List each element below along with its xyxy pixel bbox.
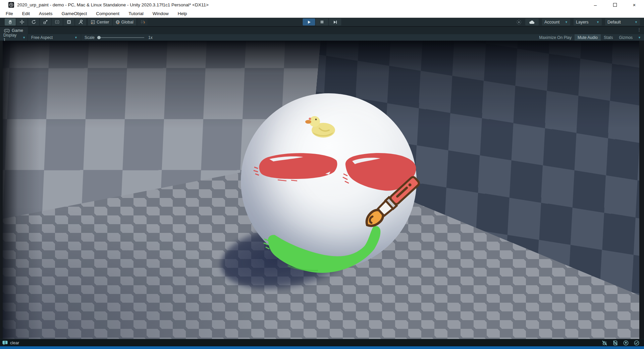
cloud-services-button[interactable] <box>525 18 539 26</box>
move-tool-button[interactable] <box>16 18 28 26</box>
menu-component[interactable]: Component <box>96 11 119 16</box>
game-control-bar: Display 1 ▼ Free Aspect ▼ Scale 1x Maxim… <box>0 34 644 41</box>
maximize-button[interactable] <box>605 0 625 9</box>
pivot-toggle-button[interactable]: Center <box>88 18 112 26</box>
layout-dropdown-label: Default <box>607 20 621 24</box>
aspect-dropdown-label: Free Aspect <box>31 35 53 40</box>
layers-dropdown-label: Layers <box>576 20 589 24</box>
display-dropdown[interactable]: Display 1 ▼ <box>0 34 28 41</box>
move-icon <box>19 19 24 24</box>
maximize-icon <box>613 3 617 7</box>
unity-logo-icon <box>8 2 14 8</box>
green-smile-stroke <box>264 226 380 273</box>
layout-dropdown[interactable]: Default ▼ <box>605 18 640 26</box>
color-mode-icon[interactable] <box>516 19 522 25</box>
menu-assets[interactable]: Assets <box>39 11 53 16</box>
menu-edit[interactable]: Edit <box>22 11 30 16</box>
orientation-toggle-button[interactable]: Global <box>113 18 136 26</box>
title-bar: 2020_urp_paint - demo - PC, Mac & Linux … <box>0 0 644 9</box>
main-toolbar: Center Global Account ▼ Laye <box>0 18 644 27</box>
menu-tutorial[interactable]: Tutorial <box>128 11 144 16</box>
pause-button[interactable] <box>316 18 328 26</box>
cloud-icon <box>529 20 535 24</box>
window-title: 2020_urp_paint - demo - PC, Mac & Linux … <box>17 2 209 7</box>
play-button[interactable] <box>303 18 315 26</box>
game-tab-row: Game ⋮ <box>0 27 644 34</box>
rotate-icon <box>31 19 36 24</box>
account-dropdown[interactable]: Account ▼ <box>542 18 570 26</box>
chevron-down-icon: ▼ <box>638 36 641 39</box>
scale-value: 1x <box>148 35 153 40</box>
play-icon <box>307 20 311 24</box>
cache-server-button[interactable] <box>611 340 619 346</box>
scale-tool-button[interactable] <box>40 18 51 26</box>
transform-icon <box>66 19 71 24</box>
transform-tool-button[interactable] <box>63 18 74 26</box>
scale-icon <box>43 19 48 24</box>
view-tool-button[interactable] <box>5 18 16 26</box>
pause-icon <box>320 20 324 24</box>
chevron-down-icon: ▼ <box>74 36 77 39</box>
menu-file[interactable]: File <box>6 11 13 16</box>
menu-bar: File Edit Assets GameObject Component Tu… <box>0 9 644 18</box>
mute-audio-label: Mute Audio <box>578 35 598 40</box>
layers-dropdown[interactable]: Layers ▼ <box>574 18 602 26</box>
minimize-icon: – <box>594 2 597 8</box>
check-circle-icon <box>634 340 639 346</box>
rect-icon <box>55 19 60 24</box>
chevron-down-icon: ▼ <box>596 20 599 24</box>
stats-label: Stats <box>604 35 613 40</box>
grid-snap-icon <box>140 19 145 24</box>
grid-snap-button[interactable] <box>138 18 148 26</box>
maximize-on-play-label: Maximize On Play <box>539 35 572 40</box>
paint-decals-layer <box>237 108 425 283</box>
gizmos-dropdown[interactable]: Gizmos ▼ <box>616 34 644 41</box>
console-info-icon <box>2 340 8 345</box>
red-stroke-left <box>254 153 337 181</box>
maximize-on-play-toggle[interactable]: Maximize On Play <box>536 34 575 41</box>
cache-server-disabled-icon <box>612 340 618 346</box>
aspect-dropdown[interactable]: Free Aspect ▼ <box>28 34 81 41</box>
custom-tool-button[interactable] <box>75 18 86 26</box>
background-tasks-button[interactable] <box>633 340 641 346</box>
gizmos-label: Gizmos <box>619 35 633 40</box>
menu-gameobject[interactable]: GameObject <box>62 11 87 16</box>
hand-icon <box>8 19 13 24</box>
menu-window[interactable]: Window <box>153 11 169 16</box>
debug-mode-button[interactable] <box>600 340 608 346</box>
minimize-button[interactable]: – <box>586 0 605 9</box>
rotate-tool-button[interactable] <box>28 18 39 26</box>
chevron-down-icon: ▼ <box>22 36 25 39</box>
status-bar: clear <box>0 339 644 346</box>
orientation-toggle-label: Global <box>121 20 133 24</box>
gamepad-icon <box>4 29 10 33</box>
chevron-down-icon: ▼ <box>635 20 638 24</box>
pivot-toggle-label: Center <box>97 20 109 24</box>
globe-icon <box>115 20 120 24</box>
lightbulb-circle-icon <box>623 340 629 346</box>
console-message[interactable]: clear <box>2 340 19 345</box>
pivot-center-icon <box>91 20 95 24</box>
chevron-down-icon: ▼ <box>565 20 568 24</box>
auto-light-status-button[interactable] <box>622 340 630 346</box>
console-message-text: clear <box>10 341 19 345</box>
scale-slider[interactable] <box>97 37 144 38</box>
taskbar-strip <box>0 346 644 349</box>
debug-disabled-icon <box>602 340 607 346</box>
menu-help[interactable]: Help <box>178 11 187 16</box>
scale-slider-knob[interactable] <box>97 36 101 39</box>
step-button[interactable] <box>329 18 341 26</box>
mute-audio-toggle[interactable]: Mute Audio <box>575 34 601 41</box>
stats-toggle[interactable]: Stats <box>601 34 616 41</box>
close-icon: × <box>633 2 636 8</box>
tab-game-label: Game <box>12 28 23 33</box>
scale-label: Scale <box>85 35 95 40</box>
rect-tool-button[interactable] <box>52 18 63 26</box>
panel-menu-icon[interactable]: ⋮ <box>637 27 641 32</box>
game-viewport[interactable] <box>3 41 639 339</box>
step-icon <box>333 20 337 24</box>
account-dropdown-label: Account <box>544 20 559 24</box>
close-button[interactable]: × <box>625 0 644 9</box>
duck-decal <box>305 116 335 138</box>
wrench-icon <box>78 19 83 24</box>
